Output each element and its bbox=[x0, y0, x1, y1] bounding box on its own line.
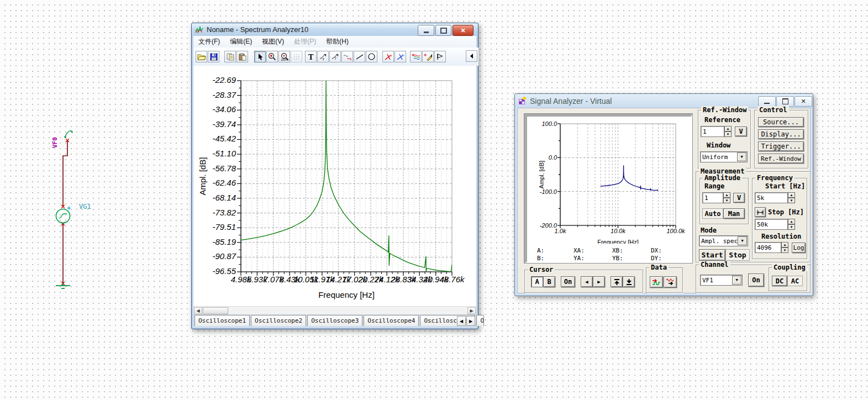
minimize-button[interactable] bbox=[758, 96, 776, 107]
text-button[interactable]: T bbox=[305, 51, 317, 62]
marker-button[interactable] bbox=[434, 51, 446, 62]
stop-button[interactable]: Stop bbox=[725, 249, 750, 261]
coupling-dc-button[interactable]: DC bbox=[772, 276, 787, 286]
dropdown-arrow-icon[interactable]: ▼ bbox=[738, 236, 747, 245]
span-button[interactable] bbox=[755, 207, 766, 217]
zoom-in-button[interactable] bbox=[266, 51, 278, 62]
svg-text:=x: =x bbox=[347, 56, 352, 61]
mode-select[interactable]: Ampl. spectr ▼ bbox=[699, 235, 748, 246]
close-button[interactable]: ✕ bbox=[453, 25, 474, 36]
cursor-step-right-button[interactable]: ▶ bbox=[593, 276, 605, 287]
spin-up-icon[interactable]: ▲ bbox=[723, 192, 730, 198]
dropdown-arrow-icon[interactable]: ▼ bbox=[732, 276, 741, 285]
tab-scroll-right-button[interactable]: ▶ bbox=[466, 316, 475, 326]
start-button[interactable]: Start bbox=[699, 249, 725, 261]
menu-item-2[interactable]: 编辑(E) bbox=[225, 36, 257, 48]
reference-spinner[interactable]: ▲▼ bbox=[724, 126, 732, 137]
freq-start-spinner[interactable]: ▲▼ bbox=[788, 192, 795, 203]
freq-stop-spinner[interactable]: ▲▼ bbox=[788, 219, 795, 230]
spin-down-icon[interactable]: ▼ bbox=[723, 198, 730, 203]
scroll-left-button[interactable]: ◀ bbox=[194, 307, 202, 314]
spin-up-icon[interactable]: ▲ bbox=[724, 126, 732, 131]
trigger-button[interactable]: Trigger... bbox=[758, 141, 804, 151]
tab-oscilloscope2[interactable]: Oscilloscope2 bbox=[251, 315, 306, 326]
line-button[interactable] bbox=[354, 51, 365, 62]
menu-item-5[interactable]: 帮助(H) bbox=[321, 36, 354, 48]
freq-start-field[interactable]: 5k bbox=[755, 192, 788, 203]
peak-up-button[interactable] bbox=[611, 276, 623, 287]
resolution-field[interactable]: 4096 bbox=[755, 242, 781, 253]
man-button[interactable]: Man bbox=[723, 208, 745, 219]
ref-window-button[interactable]: Ref.-Window bbox=[758, 154, 804, 164]
spin-down-icon[interactable]: ▼ bbox=[724, 131, 732, 137]
cursor-on-button[interactable]: On bbox=[561, 276, 575, 287]
tab-oscilloscope3[interactable]: Oscilloscope3 bbox=[307, 315, 362, 326]
ellipse-button[interactable] bbox=[366, 51, 377, 62]
source-label[interactable]: VG1 bbox=[79, 203, 91, 210]
horizontal-scrollbar[interactable]: ◀ ▶ bbox=[193, 306, 476, 315]
voltage-source-symbol[interactable] bbox=[56, 209, 70, 223]
wire[interactable] bbox=[63, 140, 67, 207]
save-button[interactable] bbox=[208, 51, 219, 62]
reference-unit-button[interactable]: V bbox=[735, 127, 747, 136]
tab-osci[interactable]: Osci bbox=[476, 315, 484, 326]
cursor-step-left-button[interactable]: ◀ bbox=[581, 276, 593, 287]
pointer-button[interactable] bbox=[254, 51, 266, 62]
zoom-100-button[interactable]: 100% bbox=[278, 51, 290, 62]
menu-item-1[interactable]: 文件(F) bbox=[193, 36, 225, 48]
resolution-spinner[interactable]: ▲▼ bbox=[781, 242, 788, 253]
tab-scroll-left-button[interactable]: ◀ bbox=[457, 316, 466, 326]
spin-down-icon[interactable]: ▼ bbox=[788, 198, 795, 203]
maximize-button[interactable] bbox=[776, 96, 794, 107]
data-import-button[interactable] bbox=[650, 276, 663, 288]
open-button[interactable] bbox=[196, 51, 207, 62]
measure-button[interactable]: =x bbox=[341, 51, 353, 62]
minimize-button[interactable] bbox=[418, 25, 434, 36]
spin-down-icon[interactable]: ▼ bbox=[788, 224, 795, 230]
maximize-button[interactable] bbox=[435, 25, 451, 36]
spin-up-icon[interactable]: ▲ bbox=[788, 219, 795, 224]
scroll-right-button[interactable]: ▶ bbox=[467, 307, 476, 314]
probe-label[interactable]: VF0 bbox=[51, 137, 59, 148]
tab-oscilloscope1[interactable]: Oscilloscope1 bbox=[194, 315, 250, 326]
reference-field[interactable]: 1 bbox=[701, 126, 724, 137]
paste-button[interactable] bbox=[236, 51, 248, 62]
probe-add-button[interactable]: + bbox=[422, 51, 434, 62]
channel-select[interactable]: VF1 ▼ bbox=[700, 275, 743, 286]
right-arrow-icon: ▶ bbox=[597, 279, 600, 285]
peak-down-button[interactable] bbox=[623, 276, 635, 287]
log-button[interactable]: Log bbox=[792, 243, 806, 253]
voltage-probe-icon[interactable] bbox=[64, 131, 72, 138]
add-curves-button[interactable]: + bbox=[410, 51, 422, 62]
data-export-button[interactable] bbox=[664, 276, 677, 288]
spin-down-icon[interactable]: ▼ bbox=[781, 248, 788, 253]
data-group-label: Data bbox=[649, 264, 669, 271]
cursor-a-button[interactable]: A bbox=[531, 276, 543, 287]
menu-item-3[interactable]: 视图(V) bbox=[257, 36, 289, 48]
dropdown-arrow-icon[interactable]: ▼ bbox=[737, 152, 746, 161]
channel-on-button[interactable]: On bbox=[748, 273, 764, 287]
tab-oscilloscope4[interactable]: Oscilloscope4 bbox=[364, 315, 419, 326]
range-unit-button[interactable]: V bbox=[733, 193, 745, 203]
scroll-thumb[interactable] bbox=[203, 307, 228, 314]
query-axis-button[interactable]: ? bbox=[329, 51, 341, 62]
toolbar-overflow-left-button[interactable] bbox=[466, 50, 477, 62]
coupling-ac-button[interactable]: AC bbox=[787, 276, 803, 286]
window-select[interactable]: Uniform ▼ bbox=[700, 151, 748, 162]
range-field[interactable]: 1 bbox=[702, 192, 723, 203]
cursor-a-button[interactable]: a bbox=[382, 51, 394, 62]
range-spinner[interactable]: ▲▼ bbox=[723, 192, 730, 203]
copy-button[interactable] bbox=[224, 51, 236, 62]
spin-up-icon[interactable]: ▲ bbox=[788, 192, 795, 198]
scale-axis-button[interactable]: T bbox=[317, 51, 329, 62]
cursor-b-button[interactable]: B bbox=[543, 276, 555, 287]
cursor-b-button[interactable]: b bbox=[394, 51, 406, 62]
y-tick-label: -79.51 bbox=[212, 222, 236, 231]
display-button[interactable]: Display... bbox=[758, 129, 804, 139]
close-button[interactable]: ✕ bbox=[795, 96, 812, 107]
spin-up-icon[interactable]: ▲ bbox=[781, 242, 788, 248]
freq-stop-field[interactable]: 50k bbox=[755, 219, 788, 230]
source-button[interactable]: Source... bbox=[758, 117, 804, 127]
ground-symbol[interactable] bbox=[56, 283, 70, 288]
auto-button[interactable]: Auto bbox=[702, 208, 723, 219]
